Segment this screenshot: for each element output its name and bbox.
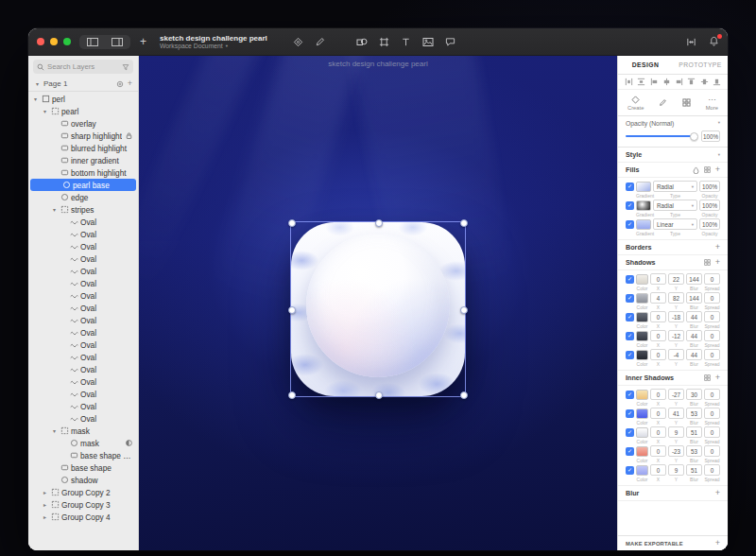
shadow-spread-field[interactable]: 0 [704,311,720,322]
shadow-y-field[interactable]: 82 [668,292,684,304]
more-actions-button[interactable]: ⋯ More [706,95,718,111]
layer-row[interactable]: inner gradient [28,154,138,166]
opacity-slider-knob[interactable] [690,132,698,141]
inner-shadow-enabled-checkbox[interactable]: ✓ [626,409,634,418]
shadow-y-field[interactable]: -4 [668,349,684,360]
canvas[interactable]: sketch design challenge pearl [139,56,617,550]
shadow-blur-field[interactable]: 144 [686,292,702,304]
layer-row[interactable]: ▾ mask [28,425,138,437]
layer-row[interactable]: Oval [28,277,138,289]
comment-icon[interactable] [445,37,455,47]
inner-shadow-x-field[interactable]: 0 [650,464,666,476]
layer-chevron[interactable]: ▾ [51,206,58,213]
layer-row[interactable]: Oval [28,289,138,302]
add-shadow-button[interactable]: + [715,258,720,267]
shadow-y-field[interactable]: -12 [668,330,684,341]
fill-color-swatch[interactable] [636,200,651,211]
create-symbol-button[interactable]: Create [627,95,644,111]
layer-row[interactable]: ▸ Group Copy 3 [28,498,138,511]
layer-chevron[interactable]: ▾ [51,427,58,434]
inner-shadow-y-field[interactable]: -27 [668,389,684,400]
inner-shadow-x-field[interactable]: 0 [650,389,666,400]
layer-row[interactable]: Oval [28,314,138,326]
layer-style-button[interactable] [682,98,691,108]
layer-row[interactable]: blurred highlight [28,142,138,154]
inner-shadow-spread-field[interactable]: 0 [704,408,720,419]
layer-row[interactable]: Oval [28,228,138,240]
workspace-subtitle[interactable]: Workspace Document▾ [160,43,267,50]
shadow-color-swatch[interactable] [636,274,648,285]
fill-color-swatch[interactable] [636,219,651,230]
layer-row[interactable]: Oval [28,351,138,363]
pearl-base-layer[interactable] [291,222,465,396]
layer-row[interactable]: Oval [28,375,138,388]
inner-shadow-blur-field[interactable]: 30 [686,389,702,400]
selection-handle[interactable] [288,391,296,399]
make-exportable-section[interactable]: MAKE EXPORTABLE + [618,535,728,550]
layer-row[interactable]: base shape [28,461,138,474]
text-tool-icon[interactable] [401,37,411,47]
inner-shadow-blur-field[interactable]: 53 [686,408,702,419]
layer-row[interactable]: Oval [28,363,138,375]
artboard-title[interactable]: sketch design challenge pearl [139,60,617,68]
shadow-blur-field[interactable]: 44 [686,311,702,322]
layer-row[interactable]: ▸ Group Copy 4 [28,511,138,523]
shadow-enabled-checkbox[interactable]: ✓ [626,351,634,359]
layer-row[interactable]: ▾ perl [28,93,138,105]
shadow-spread-field[interactable]: 0 [704,349,720,360]
minimize-window-button[interactable] [50,38,58,45]
add-blur-button[interactable]: + [715,489,720,497]
align-left-icon[interactable] [650,78,659,86]
shadow-color-swatch[interactable] [636,312,648,322]
presets-grid-icon[interactable] [704,374,711,381]
inner-shadow-blur-field[interactable]: 51 [686,426,702,438]
layer-row[interactable]: Oval [28,265,138,277]
inner-shadow-x-field[interactable]: 0 [650,445,666,457]
layer-row[interactable]: base shape copy [28,449,138,461]
shadow-blur-field[interactable]: 144 [686,273,702,285]
shadow-x-field[interactable]: 4 [650,292,666,304]
layer-chevron[interactable]: ▾ [32,96,39,102]
layer-row[interactable]: ▾ pearl [28,105,138,117]
shadow-x-field[interactable]: 0 [650,273,666,285]
shadow-enabled-checkbox[interactable]: ✓ [626,294,634,303]
shadow-x-field[interactable]: 0 [650,311,666,322]
layer-chevron[interactable]: ▸ [42,489,48,495]
inspector-tab[interactable]: DESIGN [618,56,673,74]
shadow-spread-field[interactable]: 0 [704,273,720,285]
inner-shadow-color-swatch[interactable] [636,390,648,400]
inspector-tab[interactable]: PROTOTYPE [673,56,728,74]
inner-shadow-y-field[interactable]: -23 [668,445,684,457]
shadow-y-field[interactable]: 22 [668,273,684,285]
inner-shadow-enabled-checkbox[interactable]: ✓ [626,391,634,399]
notifications-button[interactable] [709,36,719,47]
layer-row[interactable]: shadow [28,474,138,486]
inner-shadow-enabled-checkbox[interactable]: ✓ [626,466,634,475]
layer-row[interactable]: Oval [28,302,138,314]
inner-shadow-y-field[interactable]: 9 [668,426,684,438]
shadow-spread-field[interactable]: 0 [704,292,720,304]
fill-enabled-checkbox[interactable]: ✓ [626,201,634,210]
shadow-blur-field[interactable]: 44 [686,330,702,341]
add-page-button[interactable]: + [128,79,132,88]
presets-grid-icon[interactable] [704,166,711,173]
inner-shadow-blur-field[interactable]: 51 [686,464,702,476]
add-border-button[interactable]: + [715,243,720,252]
layer-chevron[interactable]: ▸ [42,501,48,508]
mirror-icon[interactable] [686,37,696,47]
zoom-window-button[interactable] [63,38,71,45]
shadow-spread-field[interactable]: 0 [704,330,720,341]
layer-row[interactable]: Oval [28,400,138,412]
fill-enabled-checkbox[interactable]: ✓ [626,182,634,191]
shadow-y-field[interactable]: -18 [668,311,684,322]
inner-shadow-color-swatch[interactable] [636,465,648,476]
fill-type-select[interactable]: Radial▾ [653,181,697,192]
layer-chevron[interactable]: ▾ [42,108,48,114]
inner-shadow-x-field[interactable]: 0 [650,426,666,438]
shadow-blur-field[interactable]: 44 [686,349,702,360]
vector-pen-icon[interactable] [293,37,303,47]
fill-color-swatch[interactable] [636,182,651,192]
opacity-value-field[interactable]: 100% [701,130,720,142]
shadow-enabled-checkbox[interactable]: ✓ [626,332,634,340]
distribute-horizontal-icon[interactable] [625,78,633,86]
